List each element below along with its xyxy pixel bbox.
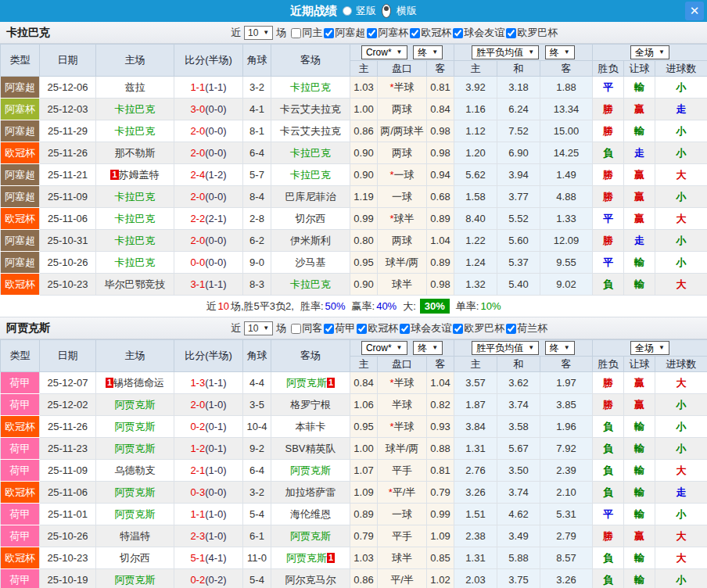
winloss-result: 平 [593,208,624,230]
handicap-result: 輸 [624,274,655,296]
team2-name: 阿贾克斯 [0,321,50,335]
horizontal-layout-radio[interactable] [382,4,391,18]
avg-home: 1.12 [454,120,497,142]
league-checkbox[interactable] [410,28,420,38]
avg-draw: 3.77 [497,186,540,208]
odds-time-select[interactable]: 终▼ [413,45,443,59]
odds-away: 0.93 [427,416,454,438]
col-goals: 进球数 [655,61,707,77]
games-count-select[interactable]: 10▼ [244,321,273,335]
odds-time-select[interactable]: 终▼ [413,341,443,355]
avg-draw: 5.40 [497,274,540,296]
fulltime-select[interactable]: 全场▼ [630,45,669,59]
col-corner: 角球 [243,340,271,372]
chevron-down-icon: ▼ [263,27,269,39]
match-score: 1-1(1-0) [174,504,243,525]
avg-select[interactable]: 胜平负均值▼ [472,341,539,355]
col-avg-draw: 和 [497,61,540,77]
goals-result: 大 [655,460,707,482]
avg-draw: 3.75 [497,569,540,588]
league-checkbox[interactable] [506,324,516,334]
recent-record-window: 近期战绩 竖版 横版 ✕ 卡拉巴克 近 10▼ 场 同主 阿塞超阿塞杯欧冠杯球会… [0,0,707,588]
match-row: 阿塞杯25-12-03卡拉巴克3-0(0-0)4-1卡云艾夫拉克1.00两球0.… [1,99,707,120]
home-team: 卡拉巴克 [96,186,174,208]
match-score: 2-1(1-0) [174,460,243,482]
odds-away: 0.98 [427,142,454,164]
league-checkbox[interactable] [506,28,516,38]
vertical-layout-radio[interactable] [343,6,352,16]
col-handicap-result: 让球 [624,61,655,77]
col-avg-away: 客 [540,357,593,372]
handicap-line: 两球 [378,142,427,164]
away-team: 阿贾克斯 [271,525,350,547]
league-checkbox[interactable] [400,324,410,334]
league-checkbox[interactable] [324,28,334,38]
same-away-checkbox[interactable] [291,324,301,334]
away-team: 格罗宁根 [271,394,350,416]
home-team: 阿贾克斯 [96,394,174,416]
avg-away: 4.88 [540,186,593,208]
match-score: 2-4(1-2) [174,164,243,186]
bookmaker-select[interactable]: Crow*▼ [361,341,407,355]
away-team: 阿尔克马尔 [271,569,350,588]
avg-draw: 6.90 [497,142,540,164]
goals-result: 小 [655,416,707,438]
avg-home: 1.20 [454,142,497,164]
corner-score: 6-4 [243,142,271,164]
league-badge: 荷甲 [1,569,40,588]
match-date: 25-10-19 [40,569,96,588]
odds-away: 0.82 [427,394,454,416]
fulltime-select[interactable]: 全场▼ [630,341,669,355]
handicap-line: 球半/两 [378,438,427,460]
match-row: 荷甲25-11-09乌德勒支2-1(1-0)6-4阿贾克斯1.07平手0.812… [1,460,707,482]
league-checkbox[interactable] [453,324,463,334]
col-handicap: 盘口 [378,357,427,372]
avg-away: 9.02 [540,274,593,296]
match-score: 2-0(1-0) [174,394,243,416]
odds-home: 1.03 [350,77,378,99]
handicap-result: 輸 [624,77,655,99]
corner-score: 6-2 [243,230,271,252]
avg-away: 8.57 [540,547,593,569]
handicap-result: 輸 [624,569,655,588]
league-checkbox[interactable] [357,324,367,334]
away-team: 阿贾克斯1 [271,547,350,569]
avg-home: 3.57 [454,372,497,394]
odds-away: 0.68 [427,186,454,208]
league-checkbox[interactable] [453,28,463,38]
match-date: 25-10-26 [40,252,96,274]
handicap-result: 輸 [624,416,655,438]
away-team: 本菲卡 [271,416,350,438]
corner-score: 9-0 [243,252,271,274]
chevron-down-icon: ▼ [263,322,269,335]
away-team: 卡拉巴克 [271,77,350,99]
odds-group: Crow*▼ 终▼ [350,340,454,357]
chevron-down-icon: ▼ [659,342,665,354]
league-checkbox[interactable] [324,324,334,334]
avg-time-select[interactable]: 终▼ [545,45,575,59]
avg-draw: 5.88 [497,547,540,569]
window-title: 近期战绩 [290,4,337,19]
handicap-line: *球半 [378,208,427,230]
bookmaker-select[interactable]: Crow*▼ [361,45,407,59]
handicap-line: 两/两球半 [378,120,427,142]
games-count-select[interactable]: 10▼ [244,26,273,40]
handicap-result: 輸 [624,120,655,142]
league-badge: 阿塞超 [1,164,40,186]
handicap-result: 贏 [624,394,655,416]
avg-select[interactable]: 胜平负均值▼ [472,45,539,59]
col-score: 比分(半场) [174,340,243,372]
avg-away: 5.31 [540,504,593,525]
league-label: 欧罗巴杯 [464,321,504,335]
odds-home: 1.00 [350,438,378,460]
match-row: 欧冠杯25-11-26那不勒斯2-0(0-0)6-4卡拉巴克0.90两球0.98… [1,142,707,164]
winloss-result: 負 [593,460,624,482]
close-icon[interactable]: ✕ [685,2,704,20]
avg-draw: 3.94 [497,164,540,186]
league-filter-group: 荷甲欧冠杯球会友谊欧罗巴杯荷兰杯 [322,321,547,335]
league-checkbox[interactable] [367,28,377,38]
away-team: 加拉塔萨雷 [271,482,350,504]
same-home-checkbox[interactable] [291,28,301,38]
horizontal-layout-label: 横版 [397,4,417,18]
avg-time-select[interactable]: 终▼ [545,341,575,355]
